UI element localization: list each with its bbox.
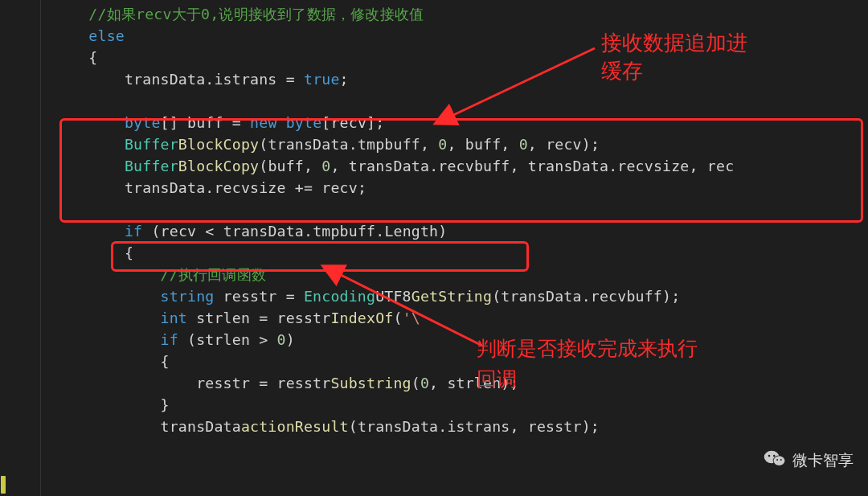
editor-gutter [0, 0, 41, 496]
wechat-icon [764, 449, 786, 472]
svg-point-8 [780, 459, 782, 461]
svg-point-7 [776, 459, 778, 461]
code-comment: //如果recv大于0,说明接收到了数据，修改接收值 [88, 6, 424, 23]
wechat-badge: 微卡智享 [764, 449, 854, 472]
svg-point-6 [773, 455, 775, 457]
svg-point-5 [768, 455, 770, 457]
code-block: //如果recv大于0,说明接收到了数据，修改接收值 else { transD… [0, 0, 868, 437]
code-editor: //如果recv大于0,说明接收到了数据，修改接收值 else { transD… [0, 0, 868, 496]
svg-point-4 [773, 456, 784, 465]
keyword-else: else [88, 27, 125, 44]
badge-text: 微卡智享 [792, 450, 854, 471]
code-comment: //执行回调函数 [161, 266, 267, 283]
